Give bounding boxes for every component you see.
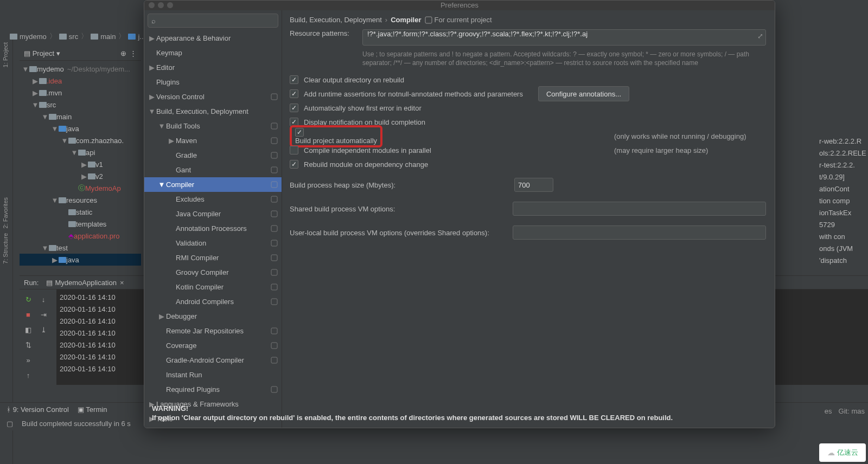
disclosure-arrow[interactable]: ▶ [148,63,156,72]
version-control-tab[interactable]: ᚼ 9: Version Control [7,405,69,414]
checkbox[interactable] [290,160,298,169]
tree-row[interactable]: ▼ src [20,99,141,111]
disclosure-arrow[interactable]: ▼ [41,113,49,121]
tree-row[interactable]: ⓒ MydemoAp [20,182,141,194]
toggle-icon[interactable]: ⇅ [22,338,35,351]
run-tab[interactable]: ▤ MydemoApplication× [43,278,127,288]
nav-item[interactable]: Keymap [144,46,282,60]
nav-item[interactable]: Excludes [144,192,282,207]
nav-item[interactable]: Instant Run [144,368,282,382]
nav-item[interactable]: Java Compiler [144,207,282,221]
terminal-tab[interactable]: ▣ Termin [78,405,107,414]
preferences-nav-list[interactable]: ▶Appearance & BehaviorKeymap▶EditorPlugi… [144,31,282,428]
stop-icon[interactable]: ■ [22,308,35,321]
disclosure-arrow[interactable]: ▼ [51,196,59,204]
heap-size-field[interactable] [514,178,553,192]
checkbox[interactable] [295,128,304,137]
resource-patterns-field[interactable]: !?*.java;!?*.form;!?*.class;!?*.groovy;!… [362,29,766,46]
tool-tab-favorites[interactable]: 2: Favorites [2,197,9,228]
nav-item[interactable]: ▶Maven [144,133,282,148]
nav-item[interactable]: Android Compilers [144,294,282,309]
nav-item[interactable]: Gradle [144,148,282,163]
disclosure-arrow[interactable]: ▼ [22,65,29,73]
tree-row[interactable]: ▶ java [20,254,141,266]
nav-item[interactable]: Coverage [144,338,282,353]
disclosure-arrow[interactable]: ▼ [157,181,166,189]
disclosure-arrow[interactable]: ▼ [41,244,49,252]
disclosure-arrow[interactable]: ▼ [71,149,78,157]
user-vm-field[interactable] [513,225,766,240]
tree-row[interactable]: ▶ .idea [20,75,141,87]
collapse-icon[interactable]: ⊕ [120,49,126,57]
disclosure-arrow[interactable]: ▶ [51,256,59,264]
checkbox[interactable] [290,146,298,154]
window-controls[interactable] [149,2,173,8]
nav-item[interactable]: Validation [144,236,282,250]
disclosure-arrow[interactable]: ▶ [167,137,176,145]
expand-icon[interactable]: ⤢ [757,32,763,40]
tree-row[interactable]: ▼ com.zhaozhao. [20,134,141,146]
up-icon[interactable]: ↑ [22,369,35,382]
down-icon[interactable]: ↓ [37,293,50,306]
tree-row[interactable]: ▶ v2 [20,170,141,182]
checkbox-label[interactable]: Rebuild module on dependency change [304,160,428,169]
wrap-icon[interactable]: ⇥ [37,308,50,321]
nav-item[interactable]: ▶Debugger [144,309,282,324]
disclosure-arrow[interactable]: ▼ [61,137,68,145]
project-view-selector[interactable]: ▤ Project ▾ [24,49,117,57]
tree-row[interactable]: ▼ java [20,123,141,134]
tree-row[interactable]: ▼ mydemo ~/Desktop/mydem... [20,63,141,75]
nav-item[interactable]: Gant [144,163,282,177]
disclosure-arrow[interactable]: ▶ [80,172,88,181]
checkbox-label[interactable]: Compile independent modules in parallel [304,146,431,154]
nav-item[interactable]: ▼Build Tools [144,119,282,133]
tree-row[interactable]: ⬘ application.pro [20,230,141,242]
tool-tab-structure[interactable]: 7: Structure [2,233,9,264]
configure-annotations-button[interactable]: Configure annotations... [538,86,629,101]
checkbox[interactable] [290,104,298,112]
nav-item[interactable]: ▶Appearance & Behavior [144,31,282,46]
checkbox-label[interactable]: Automatically show first error in editor [304,104,422,112]
disclosure-arrow[interactable]: ▼ [51,125,59,133]
close-icon[interactable]: × [120,279,124,287]
tree-row[interactable]: ▶ .mvn [20,87,141,99]
breadcrumb-item[interactable]: main [91,33,116,41]
checkbox-label[interactable]: Clear output directory on rebuild [304,76,404,84]
nav-item[interactable]: Plugins [144,75,282,89]
settings-icon[interactable]: ⋮ [130,49,137,57]
nav-item[interactable]: Gradle-Android Compiler [144,353,282,368]
nav-item[interactable]: Kotlin Compiler [144,280,282,294]
checkbox[interactable] [290,75,298,84]
tool-tab-project[interactable]: 1: Project [2,42,9,67]
disclosure-arrow[interactable]: ▼ [148,107,156,115]
disclosure-arrow[interactable]: ▶ [148,34,156,42]
project-tree[interactable]: ▼ mydemo ~/Desktop/mydem...▶ .idea▶ .mvn… [20,61,141,268]
breadcrumb-item[interactable]: src [59,33,78,41]
scroll-icon[interactable]: ⤓ [37,323,50,336]
nav-item[interactable]: ▶Version Control [144,89,282,104]
search-input[interactable] [156,17,275,25]
tree-row[interactable]: ▶ v1 [20,158,141,170]
tree-row[interactable]: ▼ api [20,146,141,158]
nav-item[interactable]: Groovy Compiler [144,265,282,280]
nav-item[interactable]: ▼Build, Execution, Deployment [144,104,282,119]
tree-row[interactable]: static [20,206,141,218]
disclosure-arrow[interactable]: ▶ [31,89,39,97]
nav-item[interactable]: Remote Jar Repositories [144,324,282,338]
nav-item[interactable]: ▶Editor [144,60,282,75]
nav-item[interactable]: RMI Compiler [144,250,282,265]
tree-row[interactable]: templates [20,218,141,230]
disclosure-arrow[interactable]: ▶ [31,77,39,85]
preferences-search[interactable]: ⌕ [148,14,278,28]
checkbox-label[interactable]: Add runtime assertions for notnull-annot… [304,90,523,98]
shared-vm-field[interactable] [513,202,766,216]
breadcrumb-item[interactable]: j... [128,33,145,41]
breadcrumb-item[interactable]: mydemo [10,33,47,41]
status-es[interactable]: es [825,407,832,415]
checkbox[interactable] [290,89,298,98]
git-branch[interactable]: Git: mas [839,407,865,415]
disclosure-arrow[interactable]: ▼ [31,101,39,109]
checkbox-label[interactable]: Build project automatically [295,137,377,145]
nav-item[interactable]: Annotation Processors [144,221,282,236]
disclosure-arrow[interactable]: ▼ [157,122,166,130]
